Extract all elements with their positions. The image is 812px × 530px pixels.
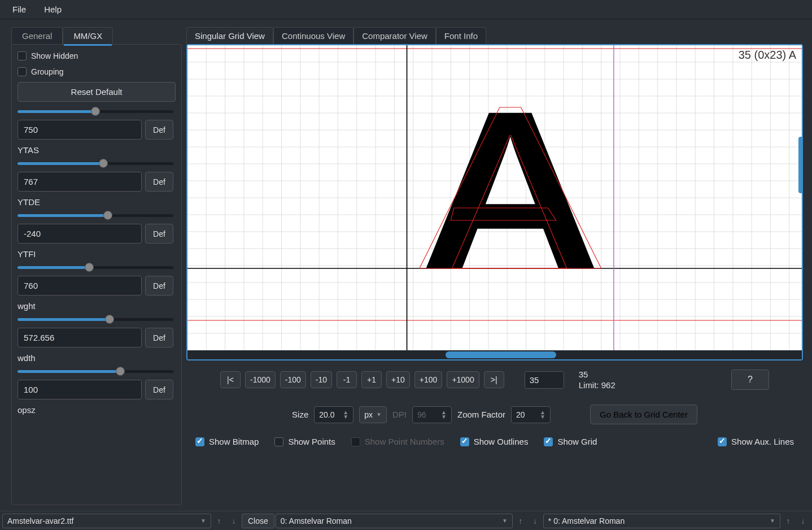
check-show-points[interactable]: Show Points: [274, 436, 335, 448]
label-axis-3: YTFI: [18, 249, 173, 259]
font-down-button[interactable]: ↓: [227, 516, 241, 525]
axis-scroll-area[interactable]: Def YTAS Def YTDE Def: [18, 106, 176, 499]
right-panel: Singular Grid View Continuous View Compa…: [186, 27, 812, 511]
nav-p1-button[interactable]: +1: [361, 371, 382, 388]
spin-icon: ▲▼: [441, 410, 447, 419]
unit-select[interactable]: px▼: [359, 406, 387, 423]
menubar: File Help: [0, 0, 812, 19]
grid-center-button[interactable]: Go Back to Grid Center: [590, 405, 697, 424]
def-button-axis-3[interactable]: Def: [145, 276, 173, 296]
def-button-axis-4[interactable]: Def: [145, 328, 173, 347]
slider-axis-1[interactable]: [18, 158, 173, 168]
nav-p1000-button[interactable]: +1000: [447, 371, 479, 388]
check-show-outlines[interactable]: Show Outlines: [460, 436, 529, 448]
def-button-axis-1[interactable]: Def: [145, 172, 173, 192]
tab-fontinfo[interactable]: Font Info: [436, 27, 486, 44]
slider-axis-2[interactable]: [18, 210, 173, 220]
label-axis-4: wght: [18, 301, 173, 311]
close-button[interactable]: Close: [242, 514, 274, 528]
main-area: General MM/GX Show Hidden Grouping Reset…: [0, 19, 812, 511]
size-row: Size 20.0▲▼ px▼ DPI 96▲▼ Zoom Factor 20▲…: [186, 396, 803, 430]
horizontal-scrollbar[interactable]: [187, 350, 802, 359]
slider-axis-3[interactable]: [18, 262, 173, 272]
chevron-down-icon: ▼: [200, 518, 206, 524]
label-grid: Show Grid: [557, 437, 597, 446]
checkbox-grouping[interactable]: [18, 67, 27, 76]
vertical-scrollbar[interactable]: [798, 137, 802, 193]
slider-axis-5[interactable]: [18, 366, 173, 376]
instance2-up-button[interactable]: ↑: [782, 516, 795, 525]
chevron-down-icon: ▼: [502, 518, 508, 524]
glyph-limit-label: Limit: 962: [579, 380, 615, 390]
glyph-index-display: 35: [579, 370, 615, 379]
glyph-index-input[interactable]: [525, 371, 564, 389]
nav-first-button[interactable]: |<: [220, 371, 241, 388]
nav-p10-button[interactable]: +10: [386, 371, 410, 388]
nav-m100-button[interactable]: -100: [280, 371, 306, 388]
value-axis-1[interactable]: [18, 172, 142, 192]
font-file-select[interactable]: Amstelvar-avar2.ttf▼: [2, 514, 211, 528]
size-label: Size: [292, 410, 308, 419]
checkbox-bitmap[interactable]: [195, 437, 204, 446]
grid-container: 35 (0x23) A: [186, 44, 803, 360]
zoom-input[interactable]: 20▲▼: [511, 406, 551, 423]
checkbox-aux[interactable]: [718, 437, 727, 446]
instance2-down-button[interactable]: ↓: [796, 516, 810, 525]
instance1-up-button[interactable]: ↑: [514, 516, 527, 525]
checkbox-grid[interactable]: [544, 437, 553, 446]
checkbox-points[interactable]: [274, 437, 283, 446]
value-axis-5[interactable]: [18, 380, 142, 399]
left-panel: General MM/GX Show Hidden Grouping Reset…: [0, 27, 186, 511]
horizontal-scrollbar-thumb[interactable]: [446, 351, 556, 358]
grid-canvas[interactable]: 35 (0x23) A: [187, 45, 802, 350]
check-show-hidden[interactable]: Show Hidden: [18, 50, 176, 62]
slider-axis-0[interactable]: [18, 106, 173, 116]
def-button-axis-2[interactable]: Def: [145, 224, 173, 244]
slider-axis-4[interactable]: [18, 314, 173, 324]
check-show-aux[interactable]: Show Aux. Lines: [718, 436, 794, 448]
nav-m1-button[interactable]: -1: [337, 371, 357, 388]
tab-comparator[interactable]: Comparator View: [353, 27, 436, 44]
dpi-input: 96▲▼: [412, 406, 452, 423]
left-body: Show Hidden Grouping Reset Default Def Y…: [11, 44, 182, 505]
nav-p100-button[interactable]: +100: [414, 371, 443, 388]
nav-last-button[interactable]: >|: [484, 371, 504, 388]
checkbox-show-hidden[interactable]: [18, 51, 27, 60]
value-axis-0[interactable]: [18, 120, 142, 140]
label-grouping: Grouping: [31, 67, 64, 76]
checkbox-pointnums: [351, 437, 360, 446]
tab-mmgx[interactable]: MM/GX: [63, 27, 113, 44]
nav-m10-button[interactable]: -10: [311, 371, 332, 388]
bottom-bar: Amstelvar-avar2.ttf▼ ↑ ↓ Close 0: Amstel…: [0, 511, 812, 530]
tab-general[interactable]: General: [11, 27, 63, 44]
label-aux: Show Aux. Lines: [731, 437, 794, 446]
instance1-down-button[interactable]: ↓: [529, 516, 542, 525]
def-button-axis-5[interactable]: Def: [145, 380, 173, 399]
label-bitmap: Show Bitmap: [209, 437, 259, 446]
value-axis-3[interactable]: [18, 276, 142, 296]
def-button-axis-0[interactable]: Def: [145, 120, 173, 140]
instance1-select[interactable]: 0: Amstelvar Roman▼: [276, 514, 513, 528]
check-grouping[interactable]: Grouping: [18, 66, 176, 77]
label-axis-1: YTAS: [18, 145, 173, 155]
check-show-point-numbers: Show Point Numbers: [351, 436, 444, 448]
value-axis-4[interactable]: [18, 328, 142, 347]
menu-help[interactable]: Help: [36, 1, 69, 18]
font-up-button[interactable]: ↑: [212, 516, 226, 525]
value-axis-2[interactable]: [18, 224, 142, 244]
check-show-grid[interactable]: Show Grid: [544, 436, 597, 448]
dpi-label: DPI: [392, 410, 407, 419]
help-button[interactable]: ?: [731, 370, 769, 390]
reset-default-button[interactable]: Reset Default: [18, 82, 176, 102]
check-show-bitmap[interactable]: Show Bitmap: [195, 436, 259, 448]
glyph-letter: A: [420, 63, 601, 316]
checkbox-outlines[interactable]: [460, 437, 469, 446]
tab-continuous[interactable]: Continuous View: [273, 27, 353, 44]
tab-singular-grid[interactable]: Singular Grid View: [186, 27, 273, 44]
menu-file[interactable]: File: [5, 1, 34, 18]
spin-icon: ▲▼: [540, 410, 545, 419]
nav-m1000-button[interactable]: -1000: [245, 371, 276, 388]
instance2-select[interactable]: * 0: Amstelvar Roman▼: [543, 514, 780, 528]
size-input[interactable]: 20.0▲▼: [314, 406, 353, 423]
view-tabs: Singular Grid View Continuous View Compa…: [186, 27, 803, 44]
